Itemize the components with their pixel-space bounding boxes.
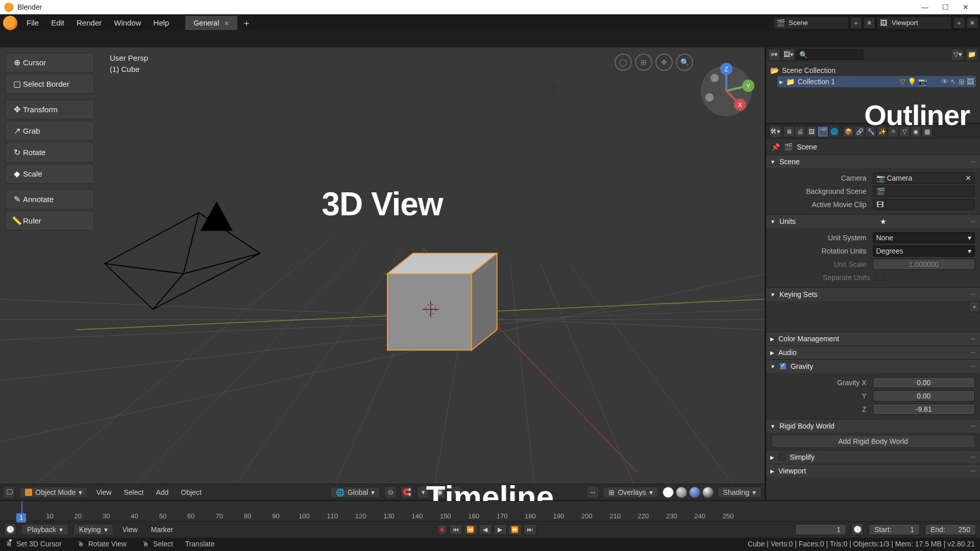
3d-viewport[interactable]: User Persp (1) Cube 3D View ◯ ⊞ ✥ 🔍 Z Y …	[0, 47, 766, 500]
close-button[interactable]: ✕	[955, 0, 976, 14]
maximize-button[interactable]: ☐	[935, 0, 955, 14]
keyframe-next-button[interactable]: ⏩	[508, 524, 522, 535]
timeline-ruler[interactable]: 1020304050607080901001101201301401501601…	[0, 501, 980, 521]
jump-end-button[interactable]: ⏭	[523, 524, 536, 535]
tab-output[interactable]: 🖨	[795, 126, 806, 137]
viewport-canvas[interactable]	[0, 47, 765, 500]
mode-select[interactable]: Object Mode▾	[19, 487, 88, 498]
tool-rotate[interactable]: ↻Rotate	[5, 142, 94, 162]
disclosure-icon[interactable]: ▸	[779, 78, 783, 86]
viewlayer-name-input[interactable]	[890, 17, 951, 29]
menu-edit[interactable]: Edit	[45, 15, 70, 30]
overlays-toggle[interactable]: ⊞Overlays▾	[603, 487, 658, 498]
panel-simplify-header[interactable]: ▶Simplify┅	[766, 450, 980, 464]
rotation-units-select[interactable]: Degrees▾	[873, 245, 975, 257]
workspace-add-button[interactable]: ＋	[240, 17, 253, 29]
viewlayer-add-button[interactable]: ＋	[953, 17, 965, 29]
panel-rigidbody-header[interactable]: ▼Rigid Body World┅	[766, 419, 980, 433]
gravity-z-field[interactable]: -9.81	[873, 404, 975, 415]
gizmo-toggle[interactable]: ↔	[586, 486, 599, 498]
workspace-close-icon[interactable]: ✕	[224, 20, 229, 27]
outliner-root[interactable]: 📂 Scene Collection	[770, 65, 976, 76]
editor-type-button[interactable]: 🖵	[3, 486, 15, 498]
preset-star-icon[interactable]: ★	[880, 217, 887, 226]
preview-range-button[interactable]: 🕓	[851, 523, 864, 536]
playback-menu[interactable]: Playback▾	[21, 524, 68, 535]
menu-window[interactable]: Window	[108, 15, 147, 30]
shade-rendered-icon[interactable]	[702, 487, 714, 498]
menu-help[interactable]: Help	[148, 15, 176, 30]
nav-gizmo[interactable]: Z Y X	[698, 63, 754, 119]
selectable-icon[interactable]: ↖	[950, 78, 957, 86]
tab-viewlayer[interactable]: 🖼	[806, 126, 817, 137]
end-frame-field[interactable]: End:250	[925, 524, 976, 535]
tab-world[interactable]: 🌐	[828, 126, 840, 137]
render-hide-icon[interactable]: 🖼	[967, 78, 974, 86]
camera-view-button[interactable]: ◯	[615, 54, 632, 71]
outliner-filter[interactable]: ▽▾	[951, 48, 964, 61]
tab-object[interactable]: 📦	[843, 126, 854, 137]
keying-menu[interactable]: Keying▾	[74, 524, 113, 535]
tab-scene[interactable]: 🎬	[817, 126, 828, 137]
tool-transform[interactable]: ✥Transform	[5, 99, 94, 119]
gravity-y-field[interactable]: 0.00	[873, 390, 975, 402]
panel-viewport-header[interactable]: ▶Viewport┅	[766, 464, 980, 478]
keyingset-add-button[interactable]: ＋	[969, 301, 980, 312]
gravity-x-field[interactable]: 0.00	[873, 377, 975, 388]
add-menu[interactable]: Add	[152, 487, 173, 497]
panel-gravity-header[interactable]: ▼Gravity┅	[766, 360, 980, 373]
scene-add-button[interactable]: ＋	[850, 17, 862, 29]
panel-audio-header[interactable]: ▶Audio┅	[766, 346, 980, 359]
viewport-hide-icon[interactable]: ⊞	[959, 78, 965, 86]
panel-colormgmt-header[interactable]: ▶Color Management┅	[766, 332, 980, 345]
view-menu[interactable]: View	[92, 487, 115, 497]
visibility-icon[interactable]: 👁	[941, 78, 948, 86]
gravity-checkbox[interactable]	[779, 363, 787, 370]
clear-icon[interactable]: ✕	[965, 174, 971, 182]
menu-render[interactable]: Render	[70, 15, 108, 30]
scene-remove-button[interactable]: ✕	[864, 17, 875, 29]
tool-annotate[interactable]: ✎Annotate	[5, 189, 94, 209]
keyframe-prev-button[interactable]: ⏪	[464, 524, 477, 535]
tool-scale[interactable]: ◆Scale	[5, 164, 94, 184]
tool-grab[interactable]: ↗Grab	[5, 121, 94, 141]
viewlayer-remove-button[interactable]: ✕	[967, 17, 978, 29]
outliner-display-mode[interactable]: 🖼▾	[782, 48, 795, 61]
shade-solid-icon[interactable]	[676, 487, 687, 498]
panel-keying-header[interactable]: ▼Keying Sets┅	[766, 288, 980, 301]
timeline[interactable]: Timeline 1020304050607080901001101201301…	[0, 500, 980, 537]
play-reverse-button[interactable]: ◀	[479, 524, 492, 535]
outliner-new-collection[interactable]: 📁	[966, 48, 978, 61]
simplify-checkbox[interactable]	[778, 454, 786, 461]
camera-field[interactable]: 📷 Camera✕	[873, 172, 975, 184]
properties-editor-type[interactable]: 🛠▾	[769, 126, 781, 138]
zoom-view-button[interactable]: 🔍	[676, 54, 693, 71]
jump-start-button[interactable]: ⏮	[449, 524, 462, 535]
outliner-tree[interactable]: 📂 Scene Collection ▸ 📁 Collection 1 ▽ 💡 …	[766, 62, 980, 123]
outliner-editor-type[interactable]: ≡▾	[768, 48, 780, 61]
pivot-button[interactable]: ⊙	[384, 486, 397, 498]
timeline-editor-type[interactable]: 🕒▾	[4, 523, 16, 536]
unit-system-select[interactable]: None▾	[873, 232, 975, 243]
timeline-marker-menu[interactable]: Marker	[147, 524, 178, 535]
movieclip-field[interactable]: 🎞	[873, 199, 975, 210]
shade-lookdev-icon[interactable]	[689, 487, 700, 498]
snap-button[interactable]: 🧲	[401, 486, 413, 498]
panel-units-header[interactable]: ▼Units★┅	[766, 215, 980, 228]
shading-dropdown[interactable]: Shading▾	[718, 487, 762, 498]
pin-icon[interactable]: 📌	[771, 143, 780, 151]
current-frame-field[interactable]: 1	[795, 524, 846, 535]
bgscene-field[interactable]: 🎬	[873, 186, 975, 197]
workspace-tab-general[interactable]: General ✕	[185, 16, 237, 30]
tab-constraints[interactable]: 🔗	[854, 126, 865, 137]
panel-scene-header[interactable]: ▼Scene┅	[766, 155, 980, 168]
shade-wire-icon[interactable]	[663, 487, 674, 498]
timeline-view-menu[interactable]: View	[118, 524, 142, 535]
start-frame-field[interactable]: Start:1	[869, 524, 920, 535]
scene-name-input[interactable]	[787, 17, 848, 29]
playhead[interactable]	[21, 501, 22, 521]
blender-logo-icon[interactable]	[3, 16, 17, 30]
select-menu[interactable]: Select	[119, 487, 148, 497]
outliner-collection-1[interactable]: ▸ 📁 Collection 1 ▽ 💡 📷 👁 ↖ ⊞ 🖼	[777, 76, 976, 87]
object-menu[interactable]: Object	[177, 487, 205, 497]
